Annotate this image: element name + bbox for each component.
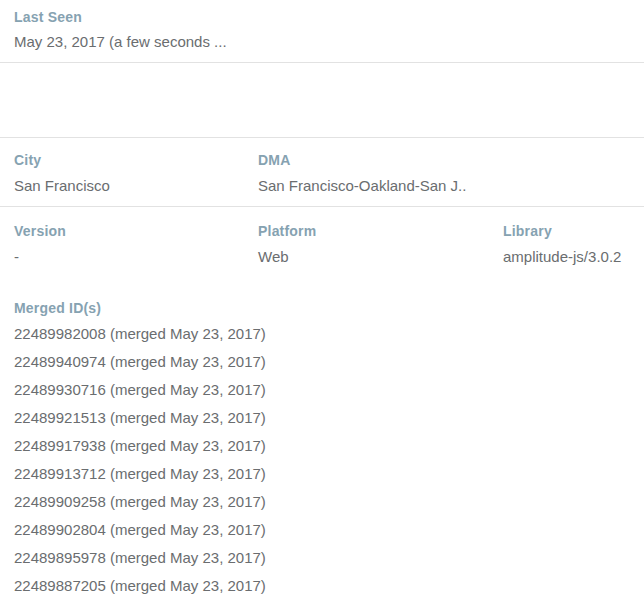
platform-field: Platform Web (258, 223, 503, 266)
dma-field: DMA San Francisco-Oakland-San J.. (258, 152, 630, 206)
merged-id-item: 22489940974 (merged May 23, 2017) (14, 353, 630, 371)
library-value: amplitude-js/3.0.2 (503, 248, 630, 266)
merged-id-item: 22489921513 (merged May 23, 2017) (14, 409, 630, 427)
merged-id-item: 22489902804 (merged May 23, 2017) (14, 521, 630, 539)
last-seen-label: Last Seen (14, 9, 630, 26)
merged-ids-section: Merged ID(s) 22489982008 (merged May 23,… (0, 266, 644, 595)
merged-id-item: 22489895978 (merged May 23, 2017) (14, 549, 630, 567)
merged-id-item: 22489982008 (merged May 23, 2017) (14, 325, 630, 343)
empty-section (0, 63, 644, 138)
last-seen-section: Last Seen May 23, 2017 (a few seconds ..… (0, 0, 644, 63)
merged-ids-list: 22489982008 (merged May 23, 2017) 224899… (14, 325, 630, 595)
merged-id-item: 22489913712 (merged May 23, 2017) (14, 465, 630, 483)
merged-id-item: 22489930716 (merged May 23, 2017) (14, 381, 630, 399)
merged-id-item: 22489909258 (merged May 23, 2017) (14, 493, 630, 511)
city-value: San Francisco (14, 177, 258, 195)
city-field: City San Francisco (14, 152, 258, 206)
version-label: Version (14, 223, 258, 240)
version-field: Version - (14, 223, 258, 266)
library-field: Library amplitude-js/3.0.2 (503, 223, 630, 266)
last-seen-value: May 23, 2017 (a few seconds ... (14, 33, 630, 51)
merged-id-item: 22489887205 (merged May 23, 2017) (14, 577, 630, 595)
dma-value: San Francisco-Oakland-San J.. (258, 177, 630, 195)
platform-label: Platform (258, 223, 503, 240)
device-section: Version - Platform Web Library amplitude… (0, 207, 644, 266)
platform-value: Web (258, 248, 503, 266)
library-label: Library (503, 223, 630, 240)
city-label: City (14, 152, 258, 169)
merged-id-item: 22489917938 (merged May 23, 2017) (14, 437, 630, 455)
version-value: - (14, 248, 258, 266)
merged-ids-label: Merged ID(s) (14, 300, 630, 317)
dma-label: DMA (258, 152, 630, 169)
location-section: City San Francisco DMA San Francisco-Oak… (0, 138, 644, 207)
